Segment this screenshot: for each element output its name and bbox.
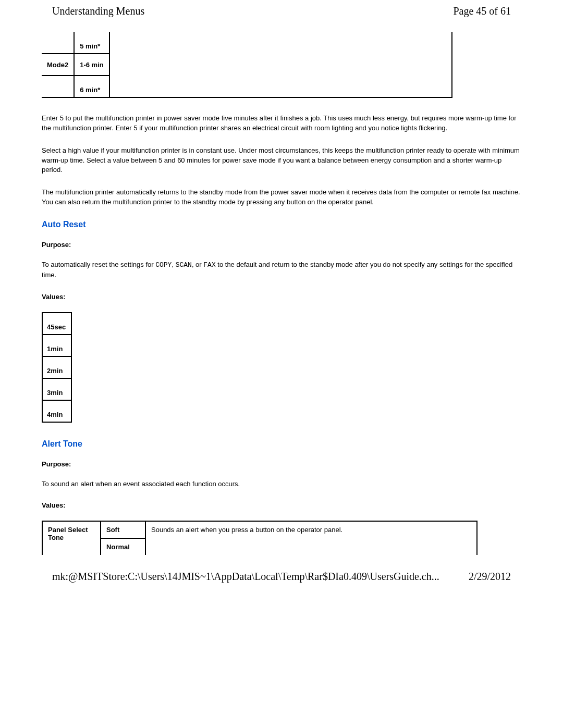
text-segment: , or: [192, 261, 203, 268]
paragraph-1: Enter 5 to put the multifunction printer…: [42, 114, 521, 133]
table-cell-empty: [109, 76, 451, 97]
table-cell: 1-6 min: [74, 54, 109, 76]
section-title-alert-tone: Alert Tone: [42, 439, 521, 449]
table-cell: 2min: [42, 356, 71, 378]
page-indicator: Page 45 of 61: [453, 5, 511, 17]
section-title-auto-reset: Auto Reset: [42, 220, 521, 229]
table-cell: Mode2: [42, 54, 74, 76]
page-header-title: Understanding Menus: [52, 5, 144, 17]
table-cell-empty: [109, 54, 451, 76]
values-label: Values:: [42, 501, 521, 509]
paragraph-2: Select a high value if your multifunctio…: [42, 146, 521, 176]
purpose-label: Purpose:: [42, 241, 521, 249]
table-cell: 45sec: [42, 313, 71, 335]
table-cell-empty: [109, 32, 451, 54]
footer-date: 2/29/2012: [469, 571, 511, 583]
values-label: Values:: [42, 293, 521, 301]
paragraph-3: The multifunction printer automatically …: [42, 188, 521, 207]
table-cell: 4min: [42, 400, 71, 422]
alert-tone-purpose-text: To sound an alert when an event associat…: [42, 479, 521, 489]
table-cell-empty: [42, 32, 74, 54]
table-cell: 6 min*: [74, 76, 109, 97]
table-cell: 5 min*: [74, 32, 109, 54]
table-border: [451, 76, 452, 97]
power-saver-table: 5 min* Mode2 1-6 min 6 min*: [42, 32, 452, 98]
table-cell: Normal: [101, 538, 145, 555]
table-cell: Panel Select Tone: [42, 521, 101, 555]
footer-path: mk:@MSITStore:C:\Users\14JMIS~1\AppData\…: [52, 571, 439, 583]
text-segment: ,: [172, 261, 175, 268]
alert-tone-values-table: Panel Select Tone Soft Sounds an alert w…: [42, 521, 478, 555]
table-border: [451, 32, 452, 54]
mono-copy: COPY: [155, 261, 172, 269]
auto-reset-values-table: 45sec 1min 2min 3min 4min: [42, 312, 72, 423]
table-cell-empty: [42, 76, 74, 97]
table-cell: 1min: [42, 335, 71, 356]
mono-fax: FAX: [203, 261, 215, 269]
table-cell: Sounds an alert when you press a button …: [145, 521, 477, 555]
purpose-label: Purpose:: [42, 460, 521, 468]
text-segment: To automatically reset the settings for: [42, 261, 155, 268]
table-cell: Soft: [101, 521, 145, 538]
table-cell: 3min: [42, 378, 71, 400]
mono-scan: SCAN: [176, 261, 192, 269]
table-border: [451, 54, 452, 76]
auto-reset-purpose-text: To automatically reset the settings for …: [42, 260, 521, 280]
